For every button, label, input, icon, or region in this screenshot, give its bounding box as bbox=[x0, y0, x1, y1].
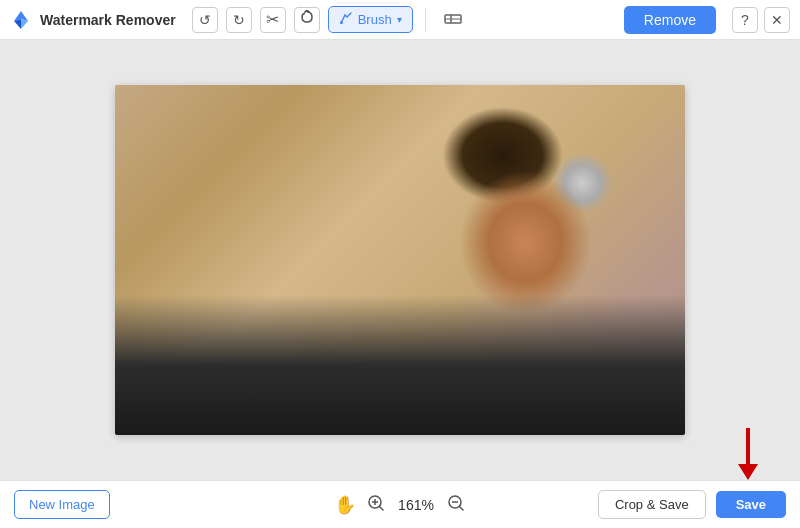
remove-label: Remove bbox=[644, 12, 696, 28]
title-right-controls: ? ✕ bbox=[732, 7, 790, 33]
title-bar: Watermark Remover ↺ ↻ ✂ Brush ▾ bbox=[0, 0, 800, 40]
close-button[interactable]: ✕ bbox=[764, 7, 790, 33]
selection-tool-button[interactable]: ✂ bbox=[260, 7, 286, 33]
app-logo bbox=[10, 9, 32, 31]
eraser-tool-button[interactable] bbox=[438, 5, 468, 35]
undo-button[interactable]: ↺ bbox=[192, 7, 218, 33]
toolbar-divider bbox=[425, 8, 426, 32]
zoom-level-display: 161% bbox=[396, 497, 436, 513]
save-button[interactable]: Save bbox=[716, 491, 786, 518]
selection-icon: ✂ bbox=[266, 10, 279, 29]
new-image-label: New Image bbox=[29, 497, 95, 512]
hand-tool-icon[interactable]: ✋ bbox=[334, 496, 356, 514]
app-title: Watermark Remover bbox=[40, 12, 176, 28]
bottom-right-actions: Crop & Save Save bbox=[598, 490, 786, 519]
eraser-icon bbox=[443, 7, 463, 32]
image-canvas[interactable] bbox=[115, 85, 685, 435]
save-label: Save bbox=[736, 497, 766, 512]
close-icon: ✕ bbox=[771, 12, 783, 28]
crop-save-label: Crop & Save bbox=[615, 497, 689, 512]
redo-icon: ↻ bbox=[233, 12, 245, 28]
brush-dropdown-chevron: ▾ bbox=[397, 14, 402, 25]
new-image-button[interactable]: New Image bbox=[14, 490, 110, 519]
lasso-icon bbox=[299, 10, 315, 29]
help-button[interactable]: ? bbox=[732, 7, 758, 33]
zoom-out-icon[interactable] bbox=[446, 493, 466, 516]
help-icon: ? bbox=[741, 12, 749, 28]
remove-button[interactable]: Remove bbox=[624, 6, 716, 34]
image-content bbox=[115, 85, 685, 435]
lasso-tool-button[interactable] bbox=[294, 7, 320, 33]
undo-icon: ↺ bbox=[199, 12, 211, 28]
svg-line-8 bbox=[460, 507, 464, 511]
crop-save-button[interactable]: Crop & Save bbox=[598, 490, 706, 519]
bottom-bar: New Image ✋ 161% Crop & Save Save bbox=[0, 480, 800, 528]
main-canvas-area bbox=[0, 40, 800, 480]
brush-icon bbox=[339, 11, 353, 28]
svg-line-5 bbox=[380, 507, 384, 511]
zoom-controls: ✋ 161% bbox=[334, 493, 466, 516]
zoom-in-icon[interactable] bbox=[366, 493, 386, 516]
brush-tool-button[interactable]: Brush ▾ bbox=[328, 6, 413, 33]
svg-point-0 bbox=[340, 21, 343, 24]
brush-label: Brush bbox=[358, 12, 392, 27]
redo-button[interactable]: ↻ bbox=[226, 7, 252, 33]
